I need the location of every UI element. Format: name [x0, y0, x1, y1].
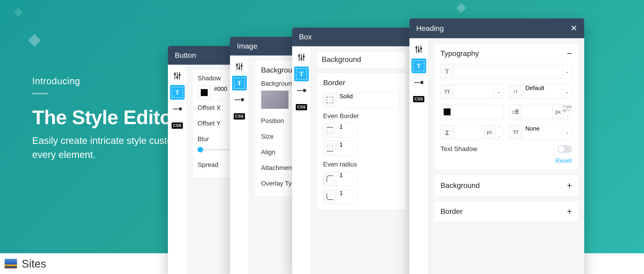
panel-title: Heading [416, 24, 444, 33]
animation-icon [297, 89, 306, 92]
tab-css[interactable]: CSS [412, 92, 426, 106]
tab-style[interactable]: T [170, 85, 185, 100]
border-section[interactable]: Border [323, 79, 400, 87]
border-bottom-value[interactable]: 1 [336, 141, 358, 155]
sliders-icon [415, 46, 422, 53]
panel-header: Heading ✕ [410, 19, 584, 38]
letter-spacing-value [454, 125, 484, 139]
tab-css[interactable]: CSS [170, 118, 185, 133]
radius-tl-value[interactable]: 1 [336, 172, 358, 186]
sites-logo-icon [4, 259, 17, 268]
panel-title: Button [175, 51, 196, 60]
font-color-input[interactable] [440, 105, 504, 119]
color-swatch [441, 105, 454, 119]
text-shadow-toggle[interactable] [557, 145, 572, 153]
sliders-icon [298, 54, 305, 61]
tab-animation[interactable] [412, 75, 426, 90]
even-radius-label: Even radius [323, 161, 400, 168]
sliders-icon [236, 63, 243, 70]
sliders-icon [174, 72, 181, 79]
tab-settings[interactable] [294, 50, 309, 65]
css-icon: CSS [296, 104, 307, 110]
css-icon: CSS [172, 123, 183, 129]
text-transform-select[interactable]: TT None ⌄ [509, 125, 572, 140]
background-section[interactable]: Background [322, 55, 401, 64]
panel-heading: Heading ✕ T CSS Typography − [410, 19, 584, 274]
border-top-value[interactable]: 1 [336, 123, 358, 137]
border-bottom-icon [324, 141, 336, 155]
letter-spacing-icon: T [441, 125, 454, 139]
typography-section-head[interactable]: Typography − [440, 49, 572, 59]
panel-title: Image [237, 42, 257, 51]
weight-icon: TT [441, 85, 454, 99]
bg-image-thumb[interactable] [261, 91, 289, 109]
css-icon: CSS [413, 96, 424, 102]
tab-settings[interactable] [170, 68, 185, 83]
side-tabs: T CSS [292, 46, 311, 274]
border-icon [324, 93, 336, 107]
tab-css[interactable]: CSS [232, 109, 247, 124]
size-icon: TT [509, 85, 522, 99]
background-section-head[interactable]: Background + [440, 180, 572, 190]
font-size-value: Default [522, 85, 562, 99]
tab-animation[interactable] [232, 92, 247, 107]
tab-css[interactable]: CSS [294, 100, 309, 114]
side-tabs: T CSS [168, 65, 187, 274]
tab-animation[interactable] [294, 83, 309, 98]
tab-style[interactable]: T [412, 59, 426, 73]
radius-bl-icon [324, 189, 336, 204]
section-label: Border [323, 79, 345, 87]
line-height-input[interactable]: ↕☰ px ="spin-up">⌃⌄ [509, 105, 572, 119]
css-icon: CSS [234, 113, 245, 120]
close-icon[interactable]: ✕ [570, 24, 577, 33]
letter-spacing-unit: px [484, 125, 495, 139]
tab-animation[interactable] [170, 102, 185, 116]
decor-diamond [14, 8, 23, 17]
side-tabs: T CSS [230, 56, 249, 274]
decor-diamond [456, 3, 466, 13]
section-label: Background [322, 55, 361, 64]
spinner[interactable]: ⌃⌄ [495, 125, 503, 139]
letter-spacing-input[interactable]: T px ⌃⌄ [440, 125, 504, 140]
tab-settings[interactable] [232, 59, 247, 74]
decor-diamond [28, 34, 41, 47]
border-section-head[interactable]: Border + [440, 206, 572, 216]
even-border-label: Even Border [323, 112, 400, 120]
panel-header: Box [292, 28, 412, 46]
border-style-value[interactable]: Solid [336, 93, 399, 107]
section-label: Background [440, 181, 480, 190]
chevron-down-icon: ⌄ [562, 125, 572, 139]
panel-box: Box T CSS Background Border [292, 28, 412, 274]
line-height-unit: px [552, 105, 564, 119]
line-height-value [522, 105, 552, 119]
chevron-down-icon: ⌄ [562, 85, 572, 99]
line-height-icon: ↕☰ [509, 105, 522, 119]
color-swatch[interactable] [198, 85, 211, 100]
section-label: Border [440, 207, 462, 216]
font-size-select[interactable]: TT Default ⌄ [509, 84, 572, 99]
tab-style[interactable]: T [232, 76, 247, 91]
tab-settings[interactable] [412, 42, 426, 57]
border-top-icon [324, 123, 336, 137]
font-family-value [454, 64, 562, 79]
t-icon: T [172, 87, 183, 98]
chevron-down-icon: ⌄ [562, 64, 572, 79]
t-icon: T [296, 68, 307, 79]
collapse-icon[interactable]: − [567, 49, 572, 59]
tab-style[interactable]: T [294, 67, 309, 81]
animation-icon [235, 98, 244, 101]
side-tabs: T CSS [410, 38, 428, 274]
font-weight-select[interactable]: TT ⌄ [440, 84, 504, 99]
font-icon: T [441, 64, 454, 79]
text-transform-value: None [522, 125, 562, 139]
text-shadow-label: Text Shadow [440, 145, 477, 153]
expand-icon[interactable]: + [567, 180, 572, 190]
font-family-select[interactable]: T ⌄ [440, 64, 572, 79]
radius-bl-value[interactable]: 1 [336, 189, 358, 204]
t-icon: T [234, 78, 245, 89]
expand-icon[interactable]: + [567, 206, 572, 216]
spinner[interactable]: ="spin-up">⌃⌄ [564, 105, 572, 119]
reset-link[interactable]: Reset [440, 157, 572, 164]
footer-product-name: Sites [22, 257, 46, 270]
radius-tl-icon [324, 172, 336, 186]
